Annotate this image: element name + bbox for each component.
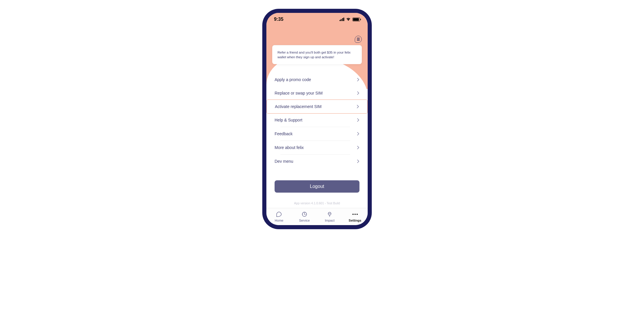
- menu-item-more-about[interactable]: More about felix: [266, 141, 368, 154]
- chevron-right-icon: [357, 118, 359, 122]
- chevron-right-icon: [357, 146, 359, 149]
- service-icon: [302, 211, 307, 217]
- menu-item-label: Apply a promo code: [275, 77, 311, 82]
- menu-item-dev-menu[interactable]: Dev menu: [266, 155, 368, 168]
- chat-icon[interactable]: [355, 36, 362, 43]
- tab-label: Service: [299, 219, 310, 222]
- tab-label: Home: [275, 219, 283, 222]
- logout-button[interactable]: Logout: [275, 180, 359, 193]
- tab-impact[interactable]: Impact: [317, 211, 342, 222]
- status-icons: [340, 18, 360, 21]
- wifi-icon: [346, 18, 351, 21]
- menu-item-label: Help & Support: [275, 118, 302, 122]
- status-bar: 9:35: [266, 13, 368, 26]
- app-version-text: App version 4.1.0.601 - Test Build: [266, 201, 368, 205]
- menu-item-label: Feedback: [275, 131, 292, 136]
- tab-service[interactable]: Service: [292, 211, 317, 222]
- cellular-signal-icon: [340, 18, 345, 21]
- referral-text: Refer a friend and you'll both get $35 i…: [278, 50, 357, 59]
- tab-settings[interactable]: Settings: [342, 211, 368, 222]
- svg-point-2: [306, 214, 306, 215]
- phone-screen: 9:35 Refer a friend and you'll both get …: [266, 13, 368, 225]
- chevron-right-icon: [357, 91, 359, 95]
- menu-item-label: Dev menu: [275, 159, 293, 164]
- referral-card[interactable]: Refer a friend and you'll both get $35 i…: [272, 45, 362, 64]
- menu-item-help[interactable]: Help & Support: [266, 113, 368, 127]
- tab-label: Settings: [349, 219, 361, 222]
- phone-frame: 9:35 Refer a friend and you'll both get …: [262, 9, 372, 229]
- menu-item-replace-sim[interactable]: Replace or swap your SIM: [266, 86, 368, 100]
- chevron-right-icon: [357, 132, 359, 136]
- chevron-right-icon: [357, 160, 359, 163]
- menu-item-label: More about felix: [275, 145, 304, 150]
- more-icon: [352, 211, 358, 217]
- svg-point-3: [302, 214, 303, 215]
- tab-bar: Home Service Impact Settings: [266, 208, 368, 225]
- menu-item-label: Replace or swap your SIM: [275, 91, 323, 95]
- home-icon: [276, 211, 282, 217]
- tab-home[interactable]: Home: [266, 211, 292, 222]
- menu-item-activate-sim[interactable]: Activate replacement SIM: [266, 100, 368, 114]
- chevron-right-icon: [357, 105, 359, 108]
- chevron-right-icon: [357, 78, 359, 81]
- impact-icon: [327, 211, 333, 217]
- tab-label: Impact: [325, 219, 335, 222]
- status-time: 9:35: [274, 17, 283, 22]
- menu-item-promo[interactable]: Apply a promo code: [266, 73, 368, 86]
- svg-point-1: [304, 213, 305, 213]
- menu-item-label: Activate replacement SIM: [275, 104, 322, 109]
- menu-list: Apply a promo code Replace or swap your …: [266, 73, 368, 168]
- battery-icon: [352, 18, 360, 21]
- menu-item-feedback[interactable]: Feedback: [266, 127, 368, 141]
